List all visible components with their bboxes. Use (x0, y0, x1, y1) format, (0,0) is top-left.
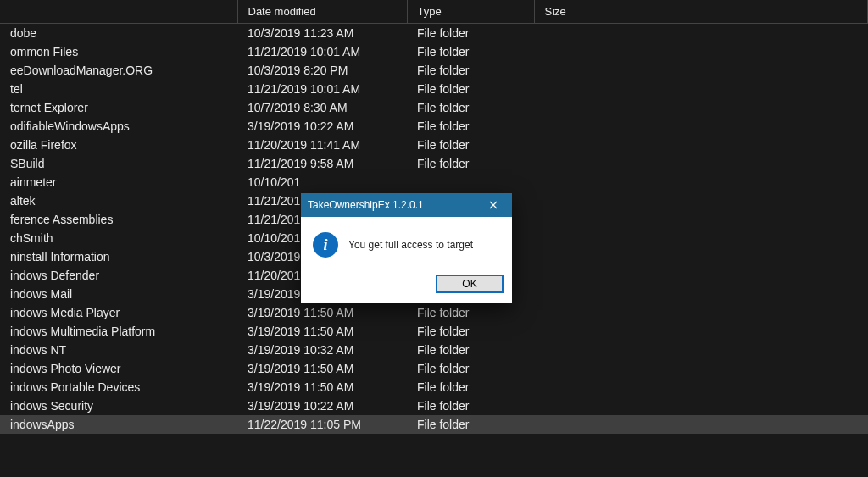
cell-size (534, 434, 615, 452)
cell-pad (615, 359, 868, 378)
cell-pad (615, 210, 868, 229)
table-row[interactable]: indows Photo Viewer3/19/2019 11:50 AMFil… (0, 359, 868, 378)
cell-pad (615, 229, 868, 247)
ok-button[interactable]: OK (436, 275, 504, 293)
table-row[interactable]: tel11/21/2019 10:01 AMFile folder (0, 80, 868, 98)
cell-pad (615, 61, 868, 80)
cell-name: ozilla Firefox (0, 136, 237, 154)
cell-type: File folder (407, 24, 534, 42)
close-icon[interactable] (475, 193, 512, 217)
cell-size (534, 117, 615, 136)
cell-name: eeDownloadManager.ORG (0, 61, 237, 80)
table-row[interactable]: odifiableWindowsApps3/19/2019 10:22 AMFi… (0, 117, 868, 136)
cell-size (534, 136, 615, 154)
cell-date: 11/21/2019 10:01 AM (237, 80, 407, 98)
cell-name: odifiableWindowsApps (0, 117, 237, 136)
table-row[interactable]: SBuild11/21/2019 9:58 AMFile folder (0, 154, 868, 173)
cell-pad (615, 303, 868, 322)
cell-name: dobe (0, 24, 237, 42)
cell-type: File folder (407, 42, 534, 61)
table-row[interactable]: ozilla Firefox11/20/2019 11:41 AMFile fo… (0, 136, 868, 154)
table-row[interactable]: eeDownloadManager.ORG10/3/2019 8:20 PMFi… (0, 61, 868, 80)
table-row[interactable] (0, 434, 868, 452)
message-dialog: TakeOwnershipEx 1.2.0.1 i You get full a… (301, 193, 512, 303)
cell-pad (615, 322, 868, 341)
table-row[interactable]: ainmeter10/10/201 (0, 173, 868, 191)
cell-size (534, 173, 615, 191)
cell-name: tel (0, 80, 237, 98)
table-row[interactable]: indows Security3/19/2019 10:22 AMFile fo… (0, 397, 868, 415)
cell-pad (615, 415, 868, 434)
cell-name: ainmeter (0, 173, 237, 191)
column-header-size[interactable]: Size (534, 0, 615, 24)
cell-pad (615, 136, 868, 154)
table-row[interactable]: ommon Files11/21/2019 10:01 AMFile folde… (0, 42, 868, 61)
column-header-type[interactable]: Type (407, 0, 534, 24)
table-row[interactable]: indowsApps11/22/2019 11:05 PMFile folder (0, 415, 868, 434)
table-row[interactable]: indows Portable Devices3/19/2019 11:50 A… (0, 378, 868, 397)
table-row[interactable]: indows Multimedia Platform3/19/2019 11:5… (0, 322, 868, 341)
cell-size (534, 341, 615, 359)
cell-size (534, 210, 615, 229)
cell-name (0, 434, 237, 452)
column-header-date[interactable]: Date modified (237, 0, 407, 24)
cell-date: 10/3/2019 8:20 PM (237, 61, 407, 80)
cell-size (534, 61, 615, 80)
cell-date: 11/22/2019 11:05 PM (237, 415, 407, 434)
cell-type: File folder (407, 341, 534, 359)
cell-date: 3/19/2019 10:22 AM (237, 117, 407, 136)
dialog-actions: OK (301, 268, 512, 303)
cell-pad (615, 98, 868, 117)
cell-date: 11/21/2019 9:58 AM (237, 154, 407, 173)
cell-size (534, 378, 615, 397)
cell-pad (615, 191, 868, 210)
cell-size (534, 303, 615, 322)
cell-size (534, 98, 615, 117)
cell-size (534, 24, 615, 42)
table-row[interactable]: indows Media Player3/19/2019 11:50 AMFil… (0, 303, 868, 322)
cell-type (407, 173, 534, 191)
cell-name: indows NT (0, 341, 237, 359)
cell-type: File folder (407, 154, 534, 173)
cell-pad (615, 173, 868, 191)
cell-pad (615, 247, 868, 266)
cell-pad (615, 154, 868, 173)
dialog-title-bar[interactable]: TakeOwnershipEx 1.2.0.1 (301, 193, 512, 217)
table-row[interactable]: indows NT3/19/2019 10:32 AMFile folder (0, 341, 868, 359)
cell-size (534, 154, 615, 173)
cell-size (534, 247, 615, 266)
cell-name: indows Mail (0, 285, 237, 303)
cell-date: 3/19/2019 11:50 AM (237, 378, 407, 397)
cell-date: 3/19/2019 10:32 AM (237, 341, 407, 359)
cell-pad (615, 378, 868, 397)
cell-name: ternet Explorer (0, 98, 237, 117)
cell-size (534, 42, 615, 61)
cell-type: File folder (407, 117, 534, 136)
cell-pad (615, 285, 868, 303)
cell-name: altek (0, 191, 237, 210)
column-header-name[interactable] (0, 0, 237, 24)
info-icon: i (313, 232, 338, 258)
cell-date: 3/19/2019 11:50 AM (237, 303, 407, 322)
cell-type: File folder (407, 80, 534, 98)
column-header-row: Date modified Type Size (0, 0, 868, 24)
cell-name: indows Portable Devices (0, 378, 237, 397)
cell-type: File folder (407, 61, 534, 80)
dialog-body: i You get full access to target (301, 217, 512, 268)
cell-type: File folder (407, 98, 534, 117)
cell-pad (615, 80, 868, 98)
cell-size (534, 322, 615, 341)
table-row[interactable]: dobe10/3/2019 11:23 AMFile folder (0, 24, 868, 42)
cell-date (237, 434, 407, 452)
cell-size (534, 415, 615, 434)
cell-size (534, 397, 615, 415)
cell-type: File folder (407, 303, 534, 322)
table-row[interactable]: ternet Explorer10/7/2019 8:30 AMFile fol… (0, 98, 868, 117)
cell-size (534, 191, 615, 210)
cell-size (534, 80, 615, 98)
cell-size (534, 359, 615, 378)
cell-size (534, 266, 615, 285)
cell-name: indows Photo Viewer (0, 359, 237, 378)
cell-pad (615, 397, 868, 415)
cell-date: 10/10/201 (237, 173, 407, 191)
